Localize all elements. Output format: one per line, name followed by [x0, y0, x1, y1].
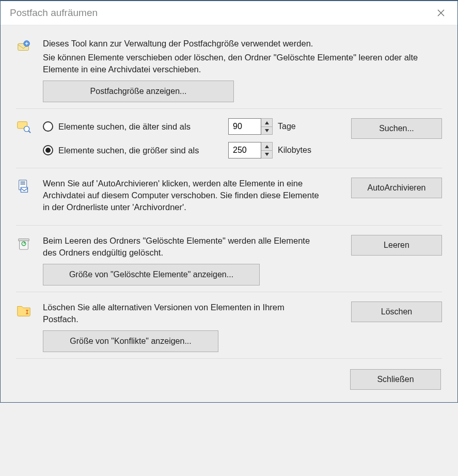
older-days-up[interactable]	[261, 119, 272, 127]
intro-line2: Sie können Elemente verschieben oder lös…	[43, 52, 442, 75]
find-items-icon	[16, 119, 31, 162]
dialog-content: Dieses Tool kann zur Verwaltung der Post…	[1, 25, 457, 402]
titlebar: Postfach aufräumen	[1, 1, 457, 25]
conflicts-size-button[interactable]: Größe von "Konflikte" anzeigen...	[43, 330, 218, 352]
view-mailbox-size-button[interactable]: Postfachgröße anzeigen...	[43, 81, 234, 102]
larger-kb-spinner	[228, 142, 273, 158]
section-find: Elemente suchen, die älter sind als Tage	[16, 109, 442, 168]
intro-line1: Dieses Tool kann zur Verwaltung der Post…	[43, 38, 442, 50]
svg-rect-7	[20, 184, 25, 185]
deleted-desc: Beim Leeren des Ordners "Gelöschte Eleme…	[43, 235, 322, 259]
close-button[interactable]: Schließen	[350, 369, 441, 390]
section-intro: Dieses Tool kann zur Verwaltung der Post…	[16, 36, 442, 109]
radio-older-row: Elemente suchen, die älter sind als Tage	[43, 118, 342, 135]
older-days-spinner	[228, 118, 273, 135]
larger-kb-down[interactable]	[261, 151, 272, 158]
larger-kb-up[interactable]	[261, 142, 272, 151]
older-days-unit: Tage	[278, 122, 296, 131]
larger-kb-unit: Kilobytes	[278, 146, 311, 155]
older-days-down[interactable]	[261, 127, 272, 135]
radio-larger-label: Elemente suchen, die größer sind als	[58, 146, 199, 155]
radio-older-label: Elemente suchen, die älter sind als	[58, 122, 191, 132]
autoarchive-desc: Wenn Sie auf 'AutoArchivieren' klicken, …	[43, 178, 322, 213]
autoarchive-button[interactable]: AutoArchivieren	[351, 178, 442, 198]
empty-deleted-button[interactable]: Leeren	[351, 235, 442, 256]
find-button[interactable]: Suchen...	[351, 118, 442, 139]
conflicts-desc: Löschen Sie alle alternativen Versionen …	[43, 302, 322, 325]
delete-conflicts-button[interactable]: Löschen	[351, 302, 442, 322]
radio-larger[interactable]	[43, 145, 53, 155]
mailbox-cleanup-dialog: Postfach aufräumen Dieses Tool kann zur …	[0, 0, 458, 403]
section-deleted: Beim Leeren des Ordners "Gelöschte Eleme…	[16, 226, 442, 292]
larger-kb-input[interactable]	[228, 142, 261, 158]
radio-older[interactable]	[43, 121, 53, 132]
dialog-title: Postfach aufräumen	[10, 7, 98, 19]
dialog-footer: Schließen	[16, 359, 442, 390]
svg-rect-6	[20, 182, 25, 183]
svg-point-3	[24, 126, 29, 132]
section-conflicts: Löschen Sie alle alternativen Versionen …	[16, 292, 442, 359]
svg-line-4	[28, 131, 30, 133]
conflicts-folder-icon	[16, 303, 31, 352]
deleted-items-size-button[interactable]: Größe von "Gelöschte Elemente" anzeigen.…	[43, 264, 260, 285]
mailbox-tools-icon	[16, 39, 31, 102]
svg-rect-10	[19, 239, 29, 241]
older-days-input[interactable]	[228, 118, 261, 135]
svg-rect-8	[21, 187, 27, 192]
section-autoarchive: Wenn Sie auf 'AutoArchivieren' klicken, …	[16, 168, 442, 225]
recycle-bin-icon	[16, 236, 31, 285]
radio-larger-row: Elemente suchen, die größer sind als Kil…	[43, 142, 342, 158]
close-icon[interactable]	[432, 4, 450, 22]
autoarchive-icon	[16, 179, 31, 218]
